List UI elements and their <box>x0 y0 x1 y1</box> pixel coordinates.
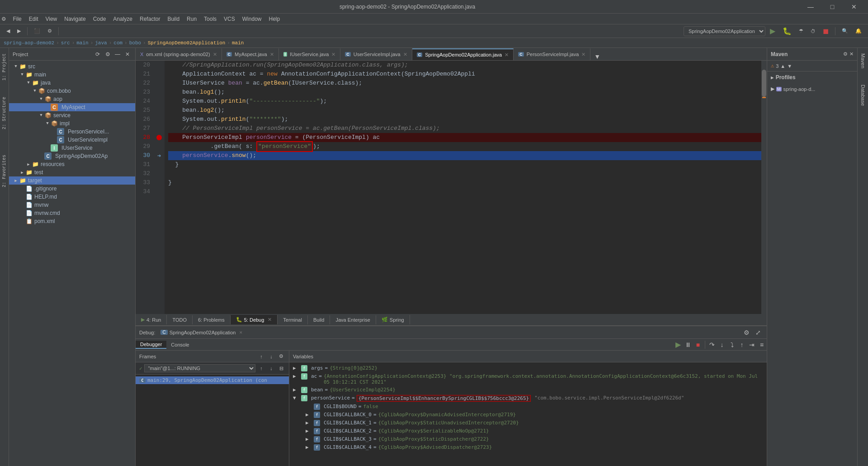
run-config-select[interactable]: SpringAopDemo02Application <box>684 26 765 36</box>
close-panel-button[interactable]: ✕ <box>123 50 132 58</box>
tree-item-help-md[interactable]: 📄 HELP.md <box>9 193 135 201</box>
menu-file[interactable]: File <box>9 15 25 23</box>
var-cglib-callback-2[interactable]: ▶ f CGLIB$CALLBACK_2 = {CglibAopProxy$Se… <box>289 427 767 435</box>
sync-icon-button[interactable]: ⟳ <box>94 50 102 58</box>
maven-warning-up-button[interactable]: ▲ <box>780 63 785 69</box>
step-out-button[interactable]: ↑ <box>737 340 747 350</box>
tab-close-icon[interactable]: ✕ <box>213 52 217 57</box>
menu-vcs[interactable]: VCS <box>220 15 239 23</box>
editor-scrollbar[interactable] <box>761 61 767 314</box>
bottom-tab-debug[interactable]: 🐛 5: Debug ✕ <box>231 315 278 324</box>
frames-up-button[interactable]: ↑ <box>257 352 265 361</box>
breadcrumb-class[interactable]: SpringAopDemo02Application <box>148 40 226 46</box>
debug-tab-console[interactable]: Console <box>166 341 193 348</box>
resume-button[interactable]: ▶ <box>673 340 683 350</box>
maven-tab[interactable]: Maven <box>859 50 868 72</box>
tree-item-pom-xml[interactable]: 📋 pom.xml <box>9 217 135 225</box>
frame-item-main[interactable]: C main:29, SpringAopDemo02Application (c… <box>136 376 289 384</box>
more-tabs-button[interactable]: ▼ <box>590 53 604 60</box>
scrollbar-thumb[interactable] <box>762 70 766 97</box>
tab-user-service-impl[interactable]: C UserServiceImpl.java ✕ <box>340 48 412 60</box>
tree-item-person-service-impl[interactable]: C PersonServiceI... <box>9 128 135 136</box>
favorites-tab[interactable]: 2: Favorites <box>1 151 8 191</box>
coverage-button[interactable]: ☂ <box>796 26 806 37</box>
menu-refactor[interactable]: Refactor <box>136 15 164 23</box>
debug-tab-close-icon[interactable]: ✕ <box>268 317 272 323</box>
var-cglib-bound[interactable]: f CGLIB$BOUND = false <box>289 403 767 411</box>
menu-edit[interactable]: Edit <box>25 15 42 23</box>
menu-window[interactable]: Window <box>239 15 265 23</box>
var-args[interactable]: ▶ f args = {String[0]@2252} <box>289 364 767 372</box>
tab-close-icon[interactable]: ✕ <box>403 52 407 57</box>
tree-item-com-bobo[interactable]: ▼ 📦 com.bobo <box>9 87 135 95</box>
var-ac[interactable]: ▶ f ac = {AnnotationConfigApplicationCon… <box>289 372 767 386</box>
bottom-tab-todo[interactable]: TODO <box>167 315 193 324</box>
var-cglib-callback-3[interactable]: ▶ f CGLIB$CALLBACK_3 = {CglibAopProxy$St… <box>289 435 767 443</box>
bottom-tab-run[interactable]: ▶ 4: Run <box>136 315 167 324</box>
tree-item-iuser-service[interactable]: I IUserService <box>9 144 135 152</box>
forward-button[interactable]: ▶ <box>14 26 24 37</box>
frames-settings-button[interactable]: ⚙ <box>277 352 285 361</box>
debug-tab-debugger[interactable]: Debugger <box>136 341 166 349</box>
thread-down-button[interactable]: ↓ <box>267 364 275 372</box>
tree-item-impl[interactable]: ▼ 📦 impl <box>9 119 135 128</box>
tree-item-main[interactable]: ▼ 📁 main <box>9 71 135 79</box>
debug-button[interactable]: 🐛 <box>780 26 794 37</box>
project-structure-button[interactable]: ⬛ <box>31 26 43 37</box>
breadcrumb-method[interactable]: main <box>232 40 244 46</box>
breadcrumb-bobo[interactable]: bobo <box>129 40 141 46</box>
search-everywhere-button[interactable]: 🔍 <box>839 26 851 37</box>
tab-iuser-service[interactable]: I IUserService.java ✕ <box>279 48 341 60</box>
thread-up-button[interactable]: ↑ <box>257 364 265 372</box>
step-over-button[interactable]: ↷ <box>707 340 717 350</box>
thread-dropdown[interactable]: "main"@1...: RUNNING <box>144 364 255 372</box>
evaluate-button[interactable]: ≡ <box>757 340 767 350</box>
var-cglib-callback-1[interactable]: ▶ f CGLIB$CALLBACK_1 = {CglibAopProxy$St… <box>289 419 767 427</box>
step-into-button[interactable]: ↓ <box>717 340 727 350</box>
profile-button[interactable]: ⏱ <box>808 26 818 37</box>
menu-run[interactable]: Run <box>183 15 200 23</box>
var-person-service[interactable]: ▼ f personService = {PersonServiceImpl$$… <box>289 394 767 403</box>
breadcrumb-src[interactable]: src <box>61 40 70 46</box>
breadcrumb-main[interactable]: main <box>76 40 88 46</box>
stop-button[interactable]: ◼ <box>820 26 831 37</box>
tree-item-service[interactable]: ▼ 📦 service <box>9 111 135 119</box>
bottom-tab-spring[interactable]: 🌿 Spring <box>376 315 410 324</box>
tree-item-user-service-impl[interactable]: C UserServiceImpl <box>9 136 135 144</box>
tree-item-spring-app[interactable]: C SpringAopDemo02Ap <box>9 152 135 160</box>
thread-filter-button[interactable]: ⊟ <box>277 364 285 372</box>
maximize-button[interactable]: □ <box>822 0 843 14</box>
gutter-28[interactable] <box>154 133 165 142</box>
stop-debug-button[interactable]: ■ <box>693 340 703 350</box>
var-cglib-callback-0[interactable]: ▶ f CGLIB$CALLBACK_0 = {CglibAopProxy$Dy… <box>289 411 767 419</box>
maven-warning-down-button[interactable]: ▼ <box>787 63 792 69</box>
tree-item-src[interactable]: ▼ 📁 src <box>9 62 135 71</box>
minimize-button[interactable]: — <box>800 0 821 14</box>
pause-button[interactable]: ⏸ <box>683 340 693 350</box>
database-tab[interactable]: Database <box>859 81 868 109</box>
var-bean[interactable]: ▶ f bean = {UserServiceImpl@2254} <box>289 386 767 394</box>
tree-item-resources[interactable]: ▶ 📁 resources <box>9 160 135 168</box>
maximize-panel-button[interactable]: ⤢ <box>753 328 763 338</box>
menu-analyze[interactable]: Analyze <box>109 15 136 23</box>
code-content[interactable]: //SpringApplication.run(SpringAopDemo02A… <box>165 61 761 314</box>
menu-help[interactable]: Help <box>265 15 283 23</box>
notifications-button[interactable]: 🔔 <box>853 26 864 37</box>
tree-item-myaspect[interactable]: C MyAspect <box>9 103 135 111</box>
maven-settings-button[interactable]: ⚙ <box>843 51 848 57</box>
tab-om-xml[interactable]: X om.xml (spring-aop-demo02) ✕ <box>136 48 222 60</box>
bottom-tab-build[interactable]: Build <box>308 315 330 324</box>
tree-item-target[interactable]: ▶ 📁 target <box>9 176 135 185</box>
debug-session-close-icon[interactable]: ✕ <box>239 329 242 335</box>
maven-close-button[interactable]: ✕ <box>849 51 854 57</box>
back-button[interactable]: ◀ <box>4 26 13 37</box>
tree-item-aop[interactable]: ▼ 📦 aop <box>9 95 135 103</box>
gear-icon-button[interactable]: ⚙ <box>104 50 112 58</box>
project-tab[interactable]: 1: Project <box>1 50 8 84</box>
run-button[interactable]: ▶ <box>767 26 778 37</box>
bottom-tab-problems[interactable]: 6: Problems <box>193 315 231 324</box>
tab-close-icon[interactable]: ✕ <box>270 52 274 57</box>
tree-item-test[interactable]: ▶ 📁 test <box>9 168 135 176</box>
bottom-tab-terminal[interactable]: Terminal <box>278 315 308 324</box>
menu-tools[interactable]: Tools <box>200 15 220 23</box>
